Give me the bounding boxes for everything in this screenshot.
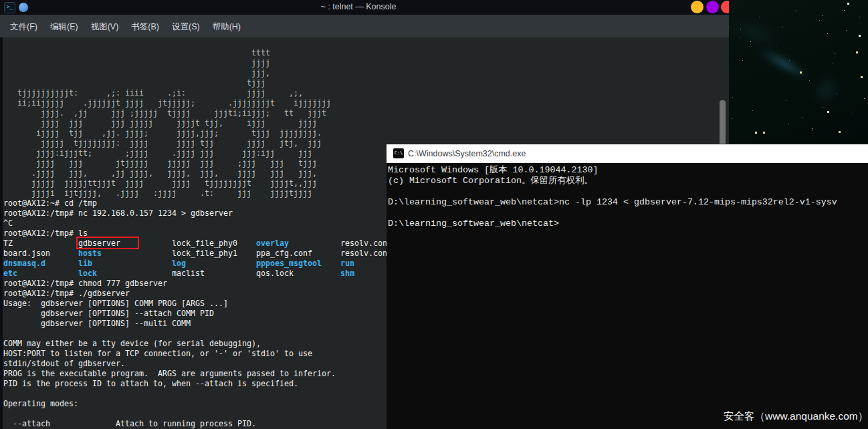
menu-item-bookmarks[interactable]: 书签(B) <box>131 21 159 33</box>
cmd-line: D:\learning_softwear_web\netcat> <box>388 219 837 229</box>
menu-item-settings[interactable]: 设置(S) <box>172 21 200 33</box>
cmd-line: D:\learning_softwear_web\netcat>nc -lp 1… <box>388 197 837 208</box>
menu-item-edit[interactable]: 编辑(E) <box>50 21 78 33</box>
terminal-line: HOST:PORT to listen for a TCP connection… <box>3 349 392 359</box>
watermark: 安全客（www.anquanke.com） <box>724 410 868 424</box>
terminal-line <box>3 389 392 399</box>
terminal-line: .jjjj jjj, ,jj jjjj, jjjj, jjj, jjjj jjj… <box>3 168 392 178</box>
cmd-body[interactable]: Microsoft Windows [版本 10.0.19044.2130](c… <box>387 163 868 429</box>
terminal-line <box>3 409 392 419</box>
terminal-line: jjjjj jjjjjttjjjt jjjj jjjj tjjjjjjjjt j… <box>3 178 392 188</box>
terminal-line: jjjj <box>3 58 392 68</box>
terminal-line: gdbserver [OPTIONS] --attach COMM PID <box>3 309 392 319</box>
terminal-line: tjjj <box>3 78 392 88</box>
close-button[interactable] <box>721 1 729 13</box>
maximize-button[interactable] <box>706 1 719 13</box>
terminal-line: tjjjjjjjjjjt: ,;: iiii .;i: jjjj ,;, <box>3 88 392 98</box>
terminal-line: ijjjj tjj ,jj. jjjj; jjjj,jjj; tjjj jjjj… <box>3 128 392 138</box>
terminal-line: root@AX12:/tmp# ls <box>3 229 392 239</box>
terminal-line: jjjj. ,jj jjj ;jjjjj tjjjj jjjti;iijjj; … <box>3 108 392 118</box>
terminal-line: ii;iijjjjj .jjjjjjt jjjj jtjjjjj; .jjjjj… <box>3 98 392 108</box>
terminal-line: stdin/stdout of gdbserver. <box>3 359 392 369</box>
terminal-line: jjjj jjj jtjjjjj jjjjj jjj ;jjj jjj tjjj <box>3 158 392 168</box>
menu-item-file[interactable]: 文件(F) <box>10 21 37 33</box>
terminal-line: jjjj jjj jjj jjjjj jjjjt tjj, ijjj jjjj <box>3 118 392 128</box>
cmd-app-icon: C:\ <box>393 148 404 158</box>
terminal-line: jjjji ijtjjjj, .jjjj :jjjj .t: jjj jjjjt… <box>3 188 392 198</box>
terminal-line: Usage: gdbserver [OPTIONS] COMM PROG [AR… <box>3 299 392 309</box>
terminal-line: tttt <box>3 48 392 58</box>
terminal-output: tttt jjjj jjj, tjjj tjjjjjjjjjjt: ,;: <box>3 48 392 429</box>
cmd-titlebar[interactable]: C:\ C:\Windows\System32\cmd.exe <box>387 144 868 163</box>
window-left-border <box>0 37 3 429</box>
gdbserver-highlight-box <box>76 237 139 249</box>
terminal-line: COMM may either be a tty device (for ser… <box>3 339 392 349</box>
terminal-line: root@AX12:~# cd /tmp <box>3 198 392 208</box>
konsole-menubar: 文件(F)编辑(E)视图(V)书签(B)设置(S)帮助(H) <box>0 15 729 37</box>
terminal-line: --attach Attach to running process PID. <box>3 419 392 429</box>
terminal-line: PID is the process ID to attach to, when… <box>3 379 392 389</box>
terminal-line: root@AX12:/tmp# nc 192.168.0.157 1234 > … <box>3 208 392 219</box>
terminal-line: jjjj:ijjjtt; ;jjjj .jjjj jjj jjj:ijj jjj <box>3 148 392 158</box>
cmd-line <box>388 186 837 197</box>
terminal-line: board.json hosts lock_file_phy1 ppa_cfg.… <box>3 249 392 259</box>
terminal-line: ^C <box>3 219 392 229</box>
menu-item-help[interactable]: 帮助(H) <box>213 21 241 33</box>
konsole-window-title: ~ : telnet — Konsole <box>0 2 729 11</box>
cmd-line <box>388 208 837 219</box>
terminal-line <box>3 329 392 339</box>
terminal-line: root@AX12:/tmp# ./gdbserver <box>3 289 392 299</box>
terminal-line: jjjjj tjjjjjjjj: jjjj jjjj tjj jjjj jtj,… <box>3 138 392 148</box>
terminal-line: jjj, <box>3 68 392 78</box>
terminal-line: etc lock maclist qos.lock shm <box>3 269 392 279</box>
terminal-line: Operating modes: <box>3 399 392 409</box>
cmd-line: Microsoft Windows [版本 10.0.19044.2130] <box>388 165 837 176</box>
minimize-button[interactable] <box>691 1 703 13</box>
cmd-line: (c) Microsoft Corporation。保留所有权利。 <box>388 176 837 186</box>
menu-item-view[interactable]: 视图(V) <box>91 21 119 33</box>
cmd-output: Microsoft Windows [版本 10.0.19044.2130](c… <box>388 165 837 229</box>
terminal-line: root@AX12:/tmp# chmod 777 gdbserver <box>3 279 392 289</box>
terminal-line: gdbserver [OPTIONS] --multi COMM <box>3 319 392 329</box>
terminal-line: PROG is the executable program. ARGS are… <box>3 369 392 379</box>
cmd-window: C:\ C:\Windows\System32\cmd.exe Microsof… <box>387 144 868 429</box>
terminal-line: dnsmasq.d lib log pppoes_msgtool run <box>3 259 392 269</box>
cmd-window-title: C:\Windows\System32\cmd.exe <box>408 149 526 158</box>
terminal-line: TZ gdbserver lock_file_phy0 overlay reso… <box>3 239 392 249</box>
konsole-titlebar[interactable]: >_ ~ : telnet — Konsole <box>0 0 729 15</box>
